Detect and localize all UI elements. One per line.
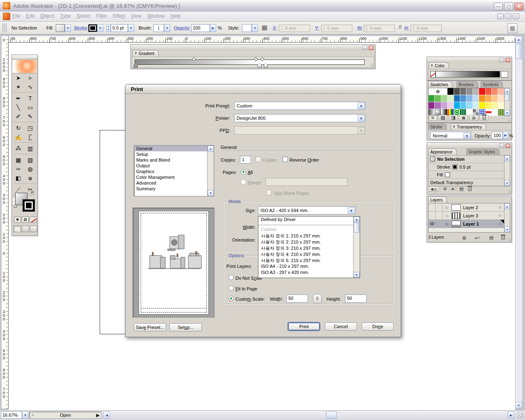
vertical-scrollbar[interactable] (515, 36, 522, 409)
palettes-minimize-button[interactable]: — (499, 58, 504, 62)
swatch[interactable] (492, 95, 498, 102)
paintbrush-tool-icon[interactable]: ✐ (12, 112, 24, 121)
size-option[interactable]: 사용자 정의 5: 210 x 297 mm. (258, 257, 360, 263)
none-mode-button[interactable] (30, 217, 37, 223)
new-layer-icon[interactable]: ▤ (487, 235, 495, 240)
appearance-scrollbar[interactable]: ▲ ▼ (504, 155, 510, 186)
gradient-midpoint-marker[interactable] (253, 57, 258, 62)
layers-scrollbar[interactable]: ▲ ▼ (504, 203, 510, 233)
swatch[interactable] (498, 88, 504, 95)
magic-wand-tool-icon[interactable]: ✶ (12, 83, 24, 92)
swatch[interactable] (466, 88, 472, 95)
lock-toggle[interactable] (436, 212, 443, 220)
delete-swatch-button[interactable] (479, 115, 488, 121)
swatch[interactable] (460, 95, 466, 102)
swatch[interactable] (466, 102, 472, 109)
chevron-down-icon[interactable]: ▼ (358, 115, 365, 121)
swatch[interactable] (479, 95, 485, 102)
show-all-swatches-button[interactable]: ⧉ (428, 115, 437, 121)
color-mode-button[interactable]: ■ (14, 217, 21, 223)
zoom-dropdown-arrow[interactable]: ▼ (22, 411, 28, 419)
color-spectrum-ramp[interactable] (436, 71, 500, 78)
make-clipping-mask-icon[interactable]: ◍ (460, 235, 468, 240)
menu-help[interactable]: Help (171, 13, 181, 19)
section-item-setup[interactable]: Setup (134, 151, 214, 157)
reverse-order-checkbox[interactable] (283, 157, 288, 162)
swatch[interactable] (486, 88, 492, 95)
status-menu-arrow-icon[interactable]: ▶ (96, 413, 100, 418)
do-not-scale-radio[interactable] (228, 275, 234, 280)
menu-window[interactable]: Window (147, 13, 165, 19)
scroll-down-icon[interactable]: ▼ (515, 402, 522, 409)
size-option[interactable]: 사용자 정의 1: 210 x 297 mm. (258, 233, 360, 239)
swatch[interactable] (498, 95, 504, 102)
mesh-tool-icon[interactable]: ▦ (12, 156, 24, 165)
size-option[interactable]: 사용자 정의 3: 210 x 297 mm. (258, 245, 360, 251)
brush-field[interactable]: | (153, 24, 164, 32)
appearance-close-button[interactable]: ✕ (505, 144, 510, 148)
gradient-tool-icon[interactable]: ▧ (24, 156, 36, 165)
live-paint-selection-tool-icon[interactable]: ⧇ (24, 174, 36, 183)
clear-appearance-icon[interactable]: ⊘ (441, 186, 449, 192)
layer-row-layer-2[interactable]: ▷Layer 2○ (429, 203, 504, 212)
live-paint-bucket-tool-icon[interactable]: ◧ (12, 174, 24, 183)
target-circle-icon[interactable]: ○ (498, 205, 501, 210)
swatch[interactable] (441, 102, 447, 109)
graph-tool-icon[interactable]: ▥ (24, 144, 36, 153)
scroll-down-icon[interactable]: ▼ (504, 226, 510, 232)
scroll-down-icon[interactable]: ▼ (208, 190, 214, 196)
gradient-palette-titlebar[interactable] (131, 45, 375, 50)
swatch[interactable] (447, 88, 454, 95)
stroke-link[interactable]: Stroke: (74, 25, 88, 30)
style-dropdown[interactable]: ▼ (252, 24, 258, 32)
tab-gradient[interactable]: ▲▼Gradient (132, 50, 159, 57)
print-button[interactable]: Print (288, 322, 320, 331)
stroke-swatch[interactable] (88, 24, 97, 32)
size-combo[interactable]: ISO A2 - 420 x 594 mm.▼ (258, 206, 356, 215)
resize-grip[interactable] (508, 190, 511, 194)
scale-width-field[interactable]: 50 (286, 294, 308, 303)
expand-triangle-icon[interactable]: ▷ (446, 205, 449, 210)
scroll-down-icon[interactable]: ▼ (504, 180, 510, 186)
x-link[interactable]: X: (273, 25, 277, 30)
scroll-up-icon[interactable]: ▲ (504, 203, 510, 209)
standard-screen-mode-button[interactable] (14, 226, 21, 232)
pages-all-radio[interactable] (241, 169, 246, 174)
swatches-scrollbar[interactable]: ▲ ▼ (504, 88, 510, 116)
workspace-icon[interactable]: ▤ (507, 23, 518, 33)
scroll-down-icon[interactable]: ▼ (504, 110, 510, 116)
rotate-tool-icon[interactable]: ↻ (12, 124, 24, 133)
layer-row-layer-1[interactable]: ▷Layer 1○ (429, 220, 504, 228)
scroll-left-icon[interactable]: ◀ (103, 411, 110, 419)
swatch[interactable] (460, 102, 466, 109)
copies-field[interactable]: 1 (240, 156, 251, 164)
fit-to-page-radio[interactable] (228, 285, 234, 291)
swatch[interactable] (486, 102, 492, 109)
lock-toggle[interactable] (436, 220, 443, 228)
swatch[interactable] (479, 88, 485, 95)
target-circle-icon[interactable]: ○ (498, 213, 501, 218)
tab-appearance[interactable]: Appearance (428, 148, 457, 155)
chevron-down-icon[interactable]: ▼ (463, 132, 470, 138)
scroll-up-icon[interactable]: ▲ (515, 36, 522, 43)
swatch[interactable] (486, 95, 492, 102)
fill-swatch[interactable] (56, 24, 65, 32)
swatch[interactable] (473, 102, 479, 109)
swatch[interactable] (454, 95, 460, 102)
expand-triangle-icon[interactable]: ▷ (446, 222, 449, 226)
scroll-thumb[interactable] (354, 223, 359, 233)
stroke-weight-stepper[interactable]: ▲▼ (106, 24, 111, 32)
fill-dropdown-arrow[interactable]: ▼ (65, 24, 71, 32)
tab-transparency[interactable]: ▲▼Transparency (451, 123, 486, 130)
swatch[interactable] (479, 102, 485, 109)
palettes-close-button[interactable]: ✕ (505, 58, 510, 62)
scroll-up-icon[interactable]: ▲ (208, 146, 214, 152)
stroke-dropdown-arrow[interactable]: ▼ (97, 24, 103, 32)
menu-object[interactable]: Object (40, 13, 55, 19)
swatch[interactable] (454, 102, 460, 109)
vertical-scroll-thumb[interactable] (516, 43, 522, 59)
new-art-maintains-appearance-button[interactable]: ◉◎ (428, 186, 440, 192)
print-preset-combo[interactable]: Custom▼ (234, 102, 365, 110)
swatch[interactable] (473, 95, 479, 102)
section-item-general[interactable]: General (134, 146, 214, 151)
